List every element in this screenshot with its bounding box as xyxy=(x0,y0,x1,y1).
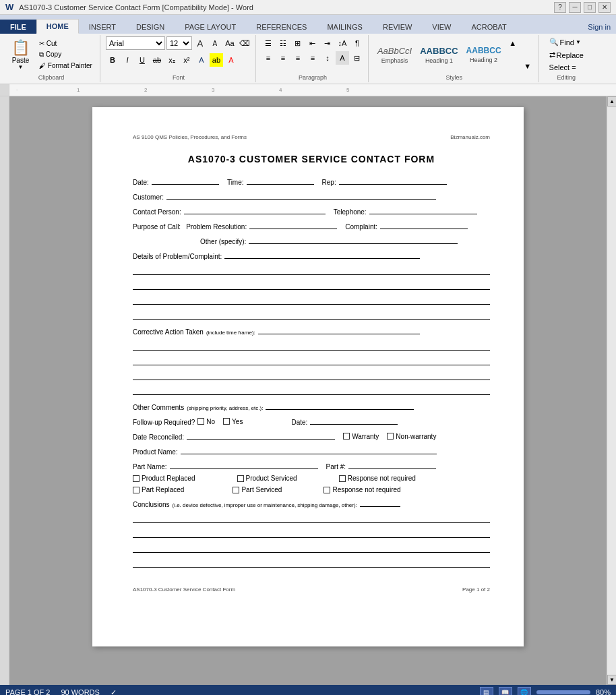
complaint-field[interactable] xyxy=(380,220,468,229)
response-not-required2-checkbox[interactable] xyxy=(324,487,330,493)
select-button[interactable]: Select = xyxy=(545,62,588,73)
time-field[interactable] xyxy=(247,175,314,185)
bullets-btn[interactable]: ☰ xyxy=(261,36,275,50)
bold-button[interactable]: B xyxy=(106,53,119,67)
style-emphasis[interactable]: AaBbCcI Emphasis xyxy=(374,44,415,66)
align-right-btn[interactable]: ≡ xyxy=(291,51,305,65)
right-scrollbar[interactable]: ▲ ▼ xyxy=(607,96,616,685)
paste-button[interactable]: 📋 Paste ▼ xyxy=(7,37,34,72)
copy-button[interactable]: ⧉ Copy xyxy=(36,49,96,60)
sign-in-btn[interactable]: Sign in xyxy=(582,20,616,34)
conclusions-line-2 xyxy=(133,528,490,538)
scroll-up-btn[interactable]: ▲ xyxy=(607,96,616,107)
part-name-field[interactable] xyxy=(170,460,318,469)
font-color-btn[interactable]: A xyxy=(224,53,238,67)
highlight-btn[interactable]: ab xyxy=(210,53,223,67)
part-replaced-checkbox[interactable] xyxy=(133,487,140,493)
tab-acrobat[interactable]: ACROBAT xyxy=(461,20,516,34)
corrective-action-field[interactable] xyxy=(258,325,420,334)
tab-review[interactable]: REVIEW xyxy=(373,20,422,34)
ribbon-content: 📋 Paste ▼ ✂ Cut ⧉ Copy 🖌 Format Painter … xyxy=(0,34,616,84)
scroll-track[interactable] xyxy=(607,107,616,675)
font-size-select[interactable]: 12 xyxy=(166,36,192,50)
scroll-down-btn[interactable]: ▼ xyxy=(607,675,616,685)
sort-btn[interactable]: ↕A xyxy=(336,36,349,50)
tab-design[interactable]: DESIGN xyxy=(126,20,175,34)
tab-insert[interactable]: INSERT xyxy=(79,20,126,34)
align-center-btn[interactable]: ≡ xyxy=(276,51,290,65)
tab-mailings[interactable]: MAILINGS xyxy=(317,20,373,34)
change-case-btn[interactable]: Aa xyxy=(223,36,237,50)
subscript-button[interactable]: x₂ xyxy=(165,53,179,67)
italic-button[interactable]: I xyxy=(121,53,134,67)
help-btn[interactable]: ? xyxy=(554,2,566,13)
yes-checkbox[interactable] xyxy=(223,418,230,425)
contact-person-field[interactable] xyxy=(184,205,326,214)
minimize-btn[interactable]: ─ xyxy=(569,2,581,13)
paste-label: Paste xyxy=(12,57,30,64)
conclusions-field[interactable] xyxy=(360,497,400,507)
borders-btn[interactable]: ⊟ xyxy=(350,51,364,65)
align-left-btn[interactable]: ≡ xyxy=(261,51,275,65)
increase-indent-btn[interactable]: ⇥ xyxy=(321,36,334,50)
shrink-font-btn[interactable]: A xyxy=(208,36,222,50)
superscript-button[interactable]: x² xyxy=(180,53,193,67)
tab-page-layout[interactable]: PAGE LAYOUT xyxy=(175,20,246,34)
decrease-indent-btn[interactable]: ⇤ xyxy=(306,36,319,50)
style-h1[interactable]: AABBCC Heading 1 xyxy=(417,44,461,66)
no-checkbox[interactable] xyxy=(197,418,204,425)
tab-file[interactable]: FILE xyxy=(0,20,36,34)
replace-button[interactable]: ⇄ Replace xyxy=(545,49,588,61)
show-para-btn[interactable]: ¶ xyxy=(350,36,364,50)
response-not-required1-checkbox[interactable] xyxy=(339,475,346,482)
format-painter-button[interactable]: 🖌 Format Painter xyxy=(36,61,96,71)
numbering-btn[interactable]: ☷ xyxy=(276,36,290,50)
other-comments-field[interactable] xyxy=(266,400,414,410)
styles-scroll-up[interactable]: ▲ xyxy=(506,36,520,50)
complaint-label: Complaint: xyxy=(345,223,377,231)
web-layout-btn[interactable]: 🌐 xyxy=(518,687,531,695)
tab-view[interactable]: VIEW xyxy=(422,20,461,34)
product-name-field[interactable] xyxy=(181,445,437,454)
close-btn[interactable]: ✕ xyxy=(598,2,611,13)
styles-scroll-down[interactable]: ▼ xyxy=(521,59,534,73)
zoom-slider[interactable] xyxy=(536,690,590,694)
text-effects-btn[interactable]: A xyxy=(195,53,208,67)
proofing-icon[interactable]: ✓ xyxy=(111,688,117,696)
details-field[interactable] xyxy=(224,249,420,259)
strikethrough-button[interactable]: ab xyxy=(150,53,164,67)
document-area[interactable]: AS 9100 QMS Policies, Procedures, and Fo… xyxy=(9,96,607,685)
telephone-field[interactable] xyxy=(369,205,477,214)
tab-references[interactable]: REFERENCES xyxy=(246,20,317,34)
customer-field[interactable] xyxy=(166,190,436,200)
rep-field[interactable] xyxy=(339,175,447,185)
part-num-field[interactable] xyxy=(348,460,436,469)
yes-checkbox-item: Yes xyxy=(223,418,243,425)
multi-level-list-btn[interactable]: ⊞ xyxy=(291,36,305,50)
problem-resolution-field[interactable] xyxy=(249,220,337,229)
part-serviced-checkbox[interactable] xyxy=(233,487,239,493)
maximize-btn[interactable]: □ xyxy=(584,2,596,13)
print-layout-btn[interactable]: ▤ xyxy=(480,687,493,695)
date-field[interactable] xyxy=(152,175,219,185)
grow-font-btn[interactable]: A xyxy=(193,36,207,50)
style-h2[interactable]: AABBCC Heading 2 xyxy=(463,44,505,65)
date-reconciled-field[interactable] xyxy=(187,430,335,440)
underline-button[interactable]: U xyxy=(135,53,149,67)
read-mode-btn[interactable]: 📖 xyxy=(499,687,512,695)
font-family-select[interactable]: Arial xyxy=(106,36,165,50)
justify-btn[interactable]: ≡ xyxy=(306,51,319,65)
product-serviced-checkbox[interactable] xyxy=(237,475,244,482)
shading-btn[interactable]: A xyxy=(336,51,349,65)
date2-field[interactable] xyxy=(310,415,398,425)
non-warranty-checkbox[interactable] xyxy=(387,433,394,440)
tab-home[interactable]: HOME xyxy=(36,19,79,34)
product-replaced-checkbox[interactable] xyxy=(133,475,140,482)
clear-format-btn[interactable]: ⌫ xyxy=(238,36,251,50)
warranty-checkbox[interactable] xyxy=(343,433,350,440)
find-button[interactable]: 🔍 Find ▼ xyxy=(545,36,588,48)
cut-button[interactable]: ✂ Cut xyxy=(36,38,96,49)
line-spacing-btn[interactable]: ↕ xyxy=(321,51,334,65)
paragraph-content: ☰ ☷ ⊞ ⇤ ⇥ ↕A ¶ ≡ ≡ ≡ ≡ ↕ A ⊟ xyxy=(261,36,364,73)
other-field[interactable] xyxy=(249,235,458,244)
